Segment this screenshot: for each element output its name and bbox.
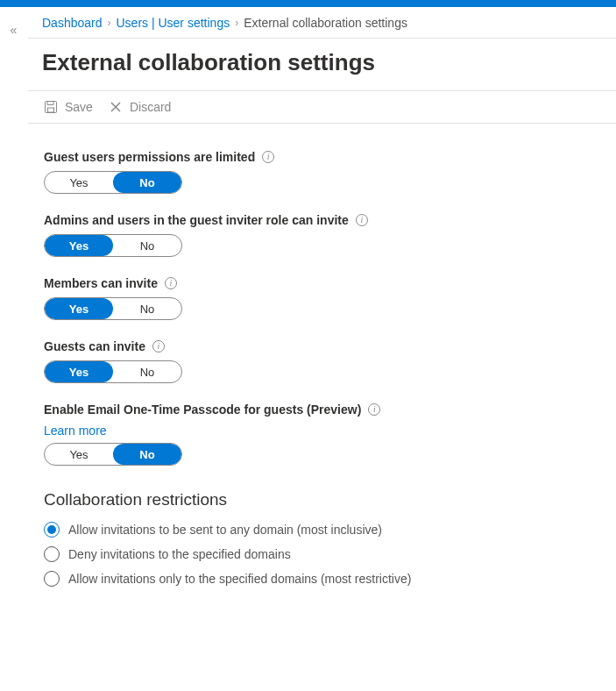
toggle-members-invite[interactable]: Yes No <box>44 297 182 320</box>
setting-members-invite: Members can invite i Yes No <box>44 276 600 320</box>
toggle-guest-limited[interactable]: Yes No <box>44 171 182 194</box>
toggle-admins-invite[interactable]: Yes No <box>44 234 182 257</box>
breadcrumb-current: External collaboration settings <box>244 16 407 30</box>
chevron-right-icon: › <box>108 17 111 29</box>
toggle-yes[interactable]: Yes <box>45 298 113 319</box>
restriction-option-1[interactable]: Deny invitations to the specified domain… <box>44 546 600 562</box>
info-icon[interactable]: i <box>356 214 368 226</box>
discard-label: Discard <box>130 100 171 114</box>
setting-email-otp: Enable Email One-Time Passcode for guest… <box>44 402 600 466</box>
close-icon <box>109 100 123 114</box>
restriction-label: Deny invitations to the specified domain… <box>68 547 291 561</box>
setting-guest-limited: Guest users permissions are limited i Ye… <box>44 150 600 194</box>
toggle-yes[interactable]: Yes <box>45 361 113 382</box>
info-icon[interactable]: i <box>262 151 274 163</box>
toggle-no[interactable]: No <box>113 444 181 465</box>
setting-guests-invite: Guests can invite i Yes No <box>44 339 600 383</box>
breadcrumb: Dashboard › Users | User settings › Exte… <box>28 7 616 39</box>
page-title: External collaboration settings <box>28 39 616 90</box>
breadcrumb-users[interactable]: Users | User settings <box>117 16 230 30</box>
restriction-label: Allow invitations only to the specified … <box>68 572 411 586</box>
collapse-rail-icon[interactable]: « <box>11 23 18 622</box>
restrictions-heading: Collaboration restrictions <box>44 490 600 509</box>
info-icon[interactable]: i <box>368 403 380 416</box>
toggle-email-otp[interactable]: Yes No <box>44 443 182 466</box>
radio-icon <box>44 522 60 538</box>
save-button[interactable]: Save <box>44 100 93 114</box>
svg-rect-1 <box>48 108 54 112</box>
radio-icon <box>44 571 60 587</box>
save-icon <box>44 100 58 114</box>
toggle-yes[interactable]: Yes <box>45 172 113 193</box>
restriction-option-0[interactable]: Allow invitations to be sent to any doma… <box>44 522 600 538</box>
toggle-no[interactable]: No <box>113 235 181 256</box>
left-rail: « <box>0 7 28 622</box>
toggle-guests-invite[interactable]: Yes No <box>44 360 182 383</box>
info-icon[interactable]: i <box>165 277 177 289</box>
setting-label: Guest users permissions are limited <box>44 150 255 164</box>
svg-rect-0 <box>46 102 57 113</box>
radio-icon <box>44 546 60 562</box>
save-label: Save <box>65 100 93 114</box>
discard-button[interactable]: Discard <box>109 100 171 114</box>
toggle-no[interactable]: No <box>113 172 181 193</box>
setting-label: Enable Email One-Time Passcode for guest… <box>44 402 361 417</box>
setting-label: Guests can invite <box>44 339 145 353</box>
toggle-yes[interactable]: Yes <box>45 444 113 465</box>
top-accent-bar <box>0 0 616 7</box>
toggle-yes[interactable]: Yes <box>45 235 113 256</box>
setting-label: Members can invite <box>44 276 158 290</box>
toggle-no[interactable]: No <box>113 298 181 319</box>
chevron-right-icon: › <box>235 17 238 29</box>
learn-more-link[interactable]: Learn more <box>44 424 107 438</box>
restriction-option-2[interactable]: Allow invitations only to the specified … <box>44 571 600 587</box>
toggle-no[interactable]: No <box>113 361 181 382</box>
breadcrumb-dashboard[interactable]: Dashboard <box>42 16 103 30</box>
setting-label: Admins and users in the guest inviter ro… <box>44 213 349 227</box>
toolbar: Save Discard <box>28 90 616 124</box>
restriction-label: Allow invitations to be sent to any doma… <box>68 523 382 537</box>
info-icon[interactable]: i <box>152 340 165 353</box>
setting-admins-invite: Admins and users in the guest inviter ro… <box>44 213 600 257</box>
